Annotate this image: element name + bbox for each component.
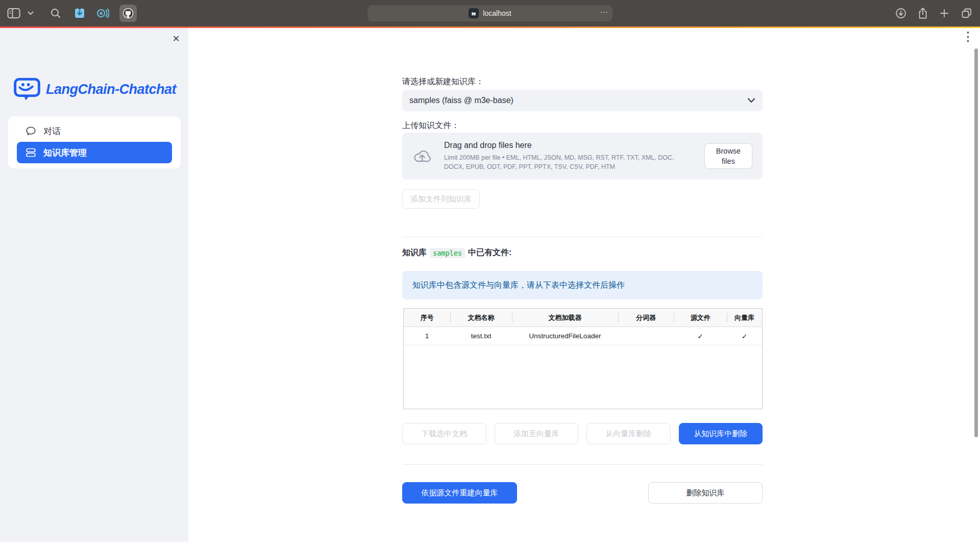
new-tab-icon[interactable] xyxy=(939,8,949,18)
cell-vector-check: ✓ xyxy=(727,327,762,345)
kb-heading-suffix: 中已有文件: xyxy=(468,247,511,258)
extension-cat-download-icon[interactable] xyxy=(74,7,86,19)
url-text: localhost xyxy=(483,9,511,17)
file-dropzone[interactable]: Drag and drop files here Limit 200MB per… xyxy=(402,133,763,180)
info-alert-text: 知识库中包含源文件与向量库，请从下表中选择文件后操作 xyxy=(412,280,625,291)
extension-circles-star-icon[interactable] xyxy=(96,7,109,19)
sidebar-item-kb-management[interactable]: 知识库管理 xyxy=(17,142,172,163)
kb-collection-icon xyxy=(26,147,36,158)
kb-files-heading: 知识库 samples 中已有文件: xyxy=(402,247,511,258)
col-header-loader[interactable]: 文档加载器 xyxy=(512,309,618,327)
app-logo: LangChain-Chatchat xyxy=(13,77,176,102)
sidebar-chevron-icon[interactable] xyxy=(28,11,34,15)
kb-selectbox[interactable]: samples (faiss @ m3e-base) xyxy=(402,90,763,111)
rebuild-vector-store-button[interactable]: 依据源文件重建向量库 xyxy=(402,482,517,504)
main-area: ⋮ 请选择或新建知识库： samples (faiss @ m3e-base) … xyxy=(188,28,980,551)
col-header-index[interactable]: 序号 xyxy=(404,309,450,327)
add-files-to-kb-button[interactable]: 添加文件到知识库 xyxy=(402,189,480,209)
kb-heading-prefix: 知识库 xyxy=(402,247,427,258)
browse-files-button[interactable]: Browse files xyxy=(704,143,752,169)
cloud-upload-icon xyxy=(412,147,432,165)
divider xyxy=(402,237,763,237)
kb-select-label: 请选择或新建知识库： xyxy=(402,77,484,87)
sidebar-item-chat[interactable]: 对话 xyxy=(17,120,172,142)
sidebar-item-label: 知识库管理 xyxy=(43,147,87,159)
extension-github-icon[interactable] xyxy=(119,5,137,22)
col-header-splitter[interactable]: 分词器 xyxy=(618,309,674,327)
upload-label: 上传知识文件： xyxy=(402,120,459,131)
share-icon[interactable] xyxy=(918,7,928,19)
dropzone-limit-text: Limit 200MB per file • EML, HTML, JSON, … xyxy=(444,153,684,171)
dropzone-title: Drag and drop files here xyxy=(444,141,684,150)
page-scrollbar[interactable] xyxy=(974,48,978,437)
downloads-icon[interactable] xyxy=(895,8,906,19)
delete-kb-button[interactable]: 删除知识库 xyxy=(648,482,763,504)
cell-name: test.txt xyxy=(450,327,512,345)
download-selected-button[interactable]: 下载选中文档 xyxy=(402,423,486,444)
tab-overview-icon[interactable] xyxy=(961,7,973,19)
delete-from-vector-store-button[interactable]: 从向量库删除 xyxy=(586,423,671,444)
chevron-down-icon xyxy=(747,98,755,103)
sidebar-bottom-strip xyxy=(0,542,188,551)
col-header-name[interactable]: 文档名称 xyxy=(450,309,512,327)
chat-bubble-icon xyxy=(26,126,36,136)
app-logo-text: LangChain-Chatchat xyxy=(46,82,176,97)
screen: localhost ⋯ ✕ xyxy=(0,0,980,551)
sidebar-close-button[interactable]: ✕ xyxy=(169,32,183,45)
cell-loader: UnstructuredFileLoader xyxy=(512,327,618,345)
files-table: 序号 文档名称 文档加载器 分词器 源文件 向量库 1 test.txt Uns… xyxy=(403,308,763,409)
col-header-vector[interactable]: 向量库 xyxy=(727,309,762,327)
cell-index: 1 xyxy=(404,327,450,345)
cell-source-check: ✓ xyxy=(674,327,727,345)
files-table-header: 序号 文档名称 文档加载器 分词器 源文件 向量库 xyxy=(404,309,762,327)
info-alert: 知识库中包含源文件与向量库，请从下表中选择文件后操作 xyxy=(402,271,763,299)
app-menu-button[interactable]: ⋮ xyxy=(962,30,974,43)
address-more-icon[interactable]: ⋯ xyxy=(600,8,608,17)
kb-bottom-buttons: 依据源文件重建向量库 删除知识库 xyxy=(402,482,763,504)
kb-heading-code: samples xyxy=(430,248,465,258)
logo-bubble-icon xyxy=(13,77,41,102)
site-favicon xyxy=(469,8,479,18)
sidebar-item-label: 对话 xyxy=(43,126,61,137)
col-header-source[interactable]: 源文件 xyxy=(674,309,727,327)
delete-from-kb-button[interactable]: 从知识库中删除 xyxy=(679,423,763,444)
browser-toolbar: localhost ⋯ xyxy=(0,0,980,27)
divider xyxy=(402,464,763,465)
address-bar[interactable]: localhost ⋯ xyxy=(368,5,612,21)
table-row[interactable]: 1 test.txt UnstructuredFileLoader ✓ ✓ xyxy=(404,327,762,345)
add-to-vector-store-button[interactable]: 添加至向量库 xyxy=(495,423,579,444)
kb-selectbox-value: samples (faiss @ m3e-base) xyxy=(409,96,747,105)
sidebar: ✕ LangChain-Chatchat 对话 xyxy=(0,28,188,551)
sidebar-toggle-icon[interactable] xyxy=(7,8,20,19)
sidebar-menu: 对话 知识库管理 xyxy=(8,116,181,168)
table-action-buttons: 下载选中文档 添加至向量库 从向量库删除 从知识库中删除 xyxy=(402,423,763,444)
search-icon[interactable] xyxy=(50,8,61,19)
cell-splitter xyxy=(618,327,674,345)
